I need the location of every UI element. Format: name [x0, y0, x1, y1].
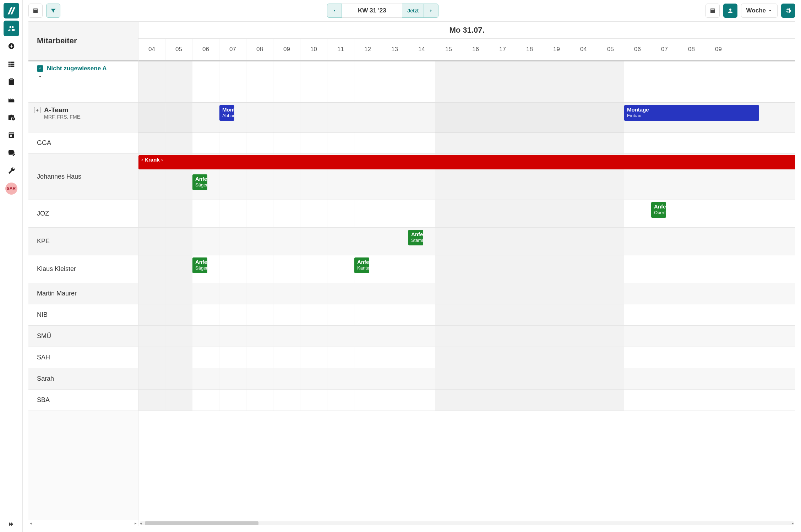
nav-briefcase-time-icon[interactable] — [4, 109, 19, 125]
svg-rect-6 — [8, 66, 10, 67]
employee-name-cell[interactable]: NIB — [28, 304, 138, 326]
timeline-event[interactable]: MontAbbau — [219, 105, 234, 121]
team-members: MRF, FRS, FME, — [34, 114, 132, 120]
hour-header-cell: 11 — [327, 39, 354, 60]
unassigned-row[interactable]: Nicht zugewiesene A — [28, 61, 138, 103]
timeline-row-employee: KrankAnferSägen — [138, 154, 795, 200]
hour-header-cell: 06 — [192, 39, 219, 60]
view-range-label: Woche — [746, 7, 766, 14]
timeline-row-employee — [138, 326, 795, 347]
hour-header-cell: 04 — [570, 39, 597, 60]
hour-header-cell: 15 — [435, 39, 462, 60]
user-avatar[interactable]: SAR — [5, 183, 17, 195]
hours-header: 0405060708091011121314151617181904050607… — [138, 39, 795, 61]
nav-planning-icon[interactable] — [4, 21, 19, 36]
timeline-row-employee: AnferStämm — [138, 228, 795, 255]
next-week-button[interactable] — [424, 4, 438, 18]
svg-rect-0 — [12, 29, 14, 31]
employee-column: Mitarbeiter Nicht zugewiesene A — [28, 22, 138, 520]
expand-sidebar-icon[interactable] — [4, 516, 19, 532]
unassigned-label: Nicht zugewiesene A — [47, 65, 107, 72]
week-label[interactable]: KW 31 '23 — [342, 4, 402, 18]
employee-name-cell[interactable]: JOZ — [28, 200, 138, 228]
timeline-row-employee — [138, 347, 795, 368]
svg-rect-7 — [10, 66, 14, 67]
team-row[interactable]: + A-Team MRF, FRS, FME, — [28, 103, 138, 132]
hour-header-cell: 16 — [462, 39, 489, 60]
team-name: A-Team — [44, 106, 68, 114]
hour-header-cell: 08 — [246, 39, 273, 60]
hour-header-cell: 07 — [219, 39, 246, 60]
hour-header-cell: 10 — [300, 39, 327, 60]
hour-header-cell: 13 — [381, 39, 408, 60]
day-header: Mo 31.07. — [138, 22, 795, 39]
timeline-row-employee: AnferSägenAnferKante — [138, 255, 795, 283]
timeline-row-team: MontAbbauMontageEinbau — [138, 103, 795, 132]
left-navbar: SAR — [0, 0, 23, 532]
now-button[interactable]: Jetzt — [402, 4, 424, 18]
nav-wrench-icon[interactable] — [4, 163, 19, 178]
svg-rect-3 — [10, 62, 14, 63]
nav-clipboard-icon[interactable] — [4, 74, 19, 89]
expand-team-icon[interactable]: + — [34, 107, 40, 113]
employees-header: Mitarbeiter — [28, 22, 138, 61]
settings-button[interactable] — [781, 4, 795, 18]
employee-name-cell[interactable]: GGA — [28, 132, 138, 154]
hour-header-cell: 06 — [624, 39, 651, 60]
hour-header-cell: 09 — [705, 39, 732, 60]
timeline-row-employee — [138, 390, 795, 411]
timeline-event[interactable]: Krank — [138, 155, 795, 169]
timeline-row-employee — [138, 304, 795, 326]
top-toolbar: KW 31 '23 Jetzt Woche — [23, 0, 801, 21]
timeline-row-employee — [138, 283, 795, 304]
employee-name-cell[interactable]: Martin Maurer — [28, 283, 138, 304]
hour-header-cell: 09 — [273, 39, 300, 60]
svg-rect-5 — [10, 64, 14, 65]
hour-header-cell: 12 — [354, 39, 381, 60]
prev-week-button[interactable] — [327, 4, 342, 18]
add-calendar-button[interactable] — [28, 4, 43, 18]
view-range-select[interactable]: Woche — [741, 4, 778, 18]
employee-name-cell[interactable]: Sarah — [28, 368, 138, 390]
hour-header-cell: 05 — [165, 39, 192, 60]
employee-name-cell[interactable]: SBA — [28, 390, 138, 411]
employee-name-cell[interactable]: SAH — [28, 347, 138, 368]
svg-rect-4 — [8, 64, 10, 65]
timeline-event[interactable]: AnferOberf — [651, 202, 666, 218]
hour-header-cell: 17 — [489, 39, 516, 60]
nav-factory-icon[interactable] — [4, 92, 19, 107]
timeline-area: Mo 31.07. 040506070809101112131415161718… — [138, 22, 795, 520]
timeline-event[interactable]: AnferSägen — [192, 257, 207, 273]
nav-add-icon[interactable] — [4, 38, 19, 54]
person-view-button[interactable] — [723, 4, 737, 18]
calendar-view-button[interactable] — [705, 4, 720, 18]
week-navigator: KW 31 '23 Jetzt — [327, 4, 438, 18]
filter-button[interactable] — [46, 4, 60, 18]
employee-name-cell[interactable]: Klaus Kleister — [28, 255, 138, 283]
hour-header-cell: 08 — [678, 39, 705, 60]
employee-name-cell[interactable]: KPE — [28, 228, 138, 255]
nav-chat-icon[interactable] — [4, 145, 19, 161]
hour-header-cell: 18 — [516, 39, 543, 60]
hour-header-cell: 04 — [138, 39, 165, 60]
horizontal-scrollbar[interactable]: ◂ ▸ ◂ ▸ — [28, 520, 795, 526]
app-logo[interactable] — [4, 3, 19, 18]
nav-calendar-x-icon[interactable] — [4, 127, 19, 143]
timeline-event[interactable]: MontageEinbau — [624, 105, 759, 121]
svg-rect-2 — [8, 62, 10, 63]
chevron-down-icon[interactable] — [37, 74, 132, 80]
nav-list-icon[interactable] — [4, 56, 19, 72]
timeline-event[interactable]: AnferStämm — [408, 230, 423, 245]
hour-header-cell: 14 — [408, 39, 435, 60]
unassigned-checkbox[interactable] — [37, 65, 43, 72]
employee-name-cell[interactable]: SMÜ — [28, 326, 138, 347]
timeline-row-employee: AnferOberf — [138, 200, 795, 228]
timeline-row-employee — [138, 368, 795, 390]
timeline-row-employee — [138, 132, 795, 154]
timeline-event[interactable]: AnferKante — [354, 257, 369, 273]
hour-header-cell: 19 — [543, 39, 570, 60]
hour-header-cell: 07 — [651, 39, 678, 60]
timeline-event[interactable]: AnferSägen — [192, 174, 207, 190]
hour-header-cell: 05 — [597, 39, 624, 60]
employee-name-cell[interactable]: Johannes Haus — [28, 154, 138, 200]
